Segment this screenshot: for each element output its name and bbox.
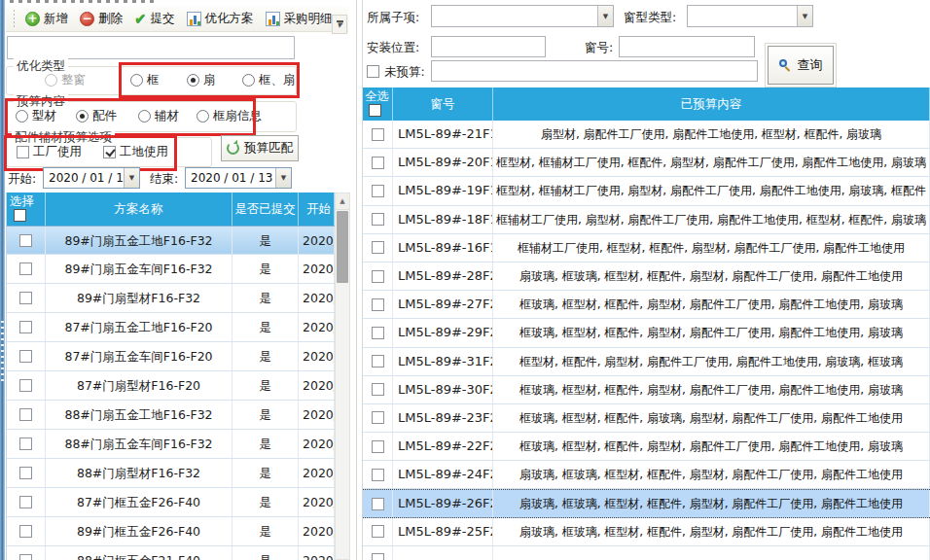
- plan-row[interactable]: 87#门框五金F26-F40 是 2020/0: [7, 488, 335, 517]
- row-checkbox[interactable]: [372, 327, 384, 339]
- window-row[interactable]: LM5L-89#-27F25 框玻璃, 框型材, 框配件, 扇型材, 扇配件工厂…: [363, 291, 930, 319]
- row-checkbox[interactable]: [19, 467, 32, 479]
- row-checkbox[interactable]: [372, 128, 384, 141]
- delete-button[interactable]: − 删除: [75, 9, 127, 29]
- window-type-combobox[interactable]: ▼: [687, 5, 813, 27]
- window-row[interactable]: [363, 546, 930, 560]
- plan-row[interactable]: 87#门扇五金工地F16-F20 是 2020/0: [7, 313, 335, 342]
- plan-row[interactable]: 88#门扇型材F16-F32 是 2020/0: [7, 459, 335, 488]
- window-row[interactable]: LM5L-89#-26F24 扇玻璃, 框玻璃, 框型材, 框配件, 扇型材, …: [363, 489, 930, 517]
- row-checkbox[interactable]: [372, 157, 384, 169]
- radio-accessory[interactable]: 配件: [76, 108, 117, 124]
- radio-whole-window[interactable]: 整窗: [45, 72, 86, 88]
- select-all-checkbox[interactable]: [14, 209, 26, 222]
- row-checkbox[interactable]: [19, 438, 32, 450]
- chevron-down-icon[interactable]: ▼: [275, 168, 291, 188]
- row-checkbox[interactable]: [372, 241, 384, 254]
- sub-item-combobox[interactable]: ▼: [431, 5, 614, 27]
- row-checkbox[interactable]: [372, 298, 384, 311]
- chevron-down-icon[interactable]: ▼: [124, 168, 139, 188]
- row-checkbox[interactable]: [372, 185, 384, 197]
- budget-match-button[interactable]: 预算匹配: [221, 135, 299, 161]
- submitted-cell: 是: [232, 342, 299, 370]
- row-checkbox[interactable]: [372, 383, 384, 396]
- window-row[interactable]: LM5L-89#-24F22 扇玻璃, 框玻璃, 框型材, 框配件, 扇型材, …: [363, 461, 930, 489]
- date-end-picker[interactable]: 2020 / 01 / 13 ▼: [185, 167, 292, 189]
- plan-row[interactable]: 89#门扇五金工地F16-F32 是 2020/0: [7, 226, 335, 255]
- collapsed-side-panel-strip[interactable]: [0, 0, 5, 560]
- date-start-picker[interactable]: 2020 / 01 / 1 ▼: [43, 167, 140, 189]
- window-no-cell: LM5L-89#-26F24: [393, 490, 493, 516]
- row-checkbox[interactable]: [372, 469, 384, 481]
- row-checkbox[interactable]: [19, 321, 32, 333]
- window-row[interactable]: LM5L-89#-21F19 扇型材, 扇配件工厂使用, 扇配件工地使用, 框型…: [363, 121, 930, 149]
- row-checkbox[interactable]: [19, 234, 32, 247]
- row-checkbox[interactable]: [372, 355, 384, 368]
- radio-profile[interactable]: 型材: [16, 108, 56, 124]
- row-checkbox[interactable]: [372, 270, 384, 283]
- radio-auxiliary[interactable]: 辅材: [138, 108, 179, 124]
- row-checkbox[interactable]: [19, 379, 32, 392]
- window-no-input[interactable]: [619, 36, 755, 57]
- row-checkbox[interactable]: [19, 554, 32, 560]
- row-checkbox[interactable]: [372, 498, 384, 510]
- radio-frame-sash[interactable]: 框、扇: [242, 72, 296, 88]
- plan-row[interactable]: 87#门扇五金车间F16-F20 是 2020/0: [7, 342, 335, 371]
- chevron-down-icon[interactable]: ▼: [597, 6, 613, 26]
- query-button[interactable]: 查询: [768, 46, 834, 85]
- window-row[interactable]: LM5L-89#-22F20 框玻璃, 框型材, 框配件, 扇型材, 扇配件工厂…: [363, 433, 930, 461]
- window-row[interactable]: LM5L-89#-23F21 框玻璃, 框型材, 框配件, 扇玻璃, 扇型材, …: [363, 404, 930, 433]
- add-button[interactable]: + 新增: [20, 9, 73, 29]
- checkbox-site-use[interactable]: 工地使用: [103, 144, 168, 160]
- scroll-up-arrow-icon[interactable]: ▲: [336, 193, 349, 210]
- install-position-input[interactable]: [431, 36, 546, 57]
- toolbar-overflow-button[interactable]: ▼: [332, 15, 347, 34]
- row-checkbox[interactable]: [19, 262, 32, 275]
- toolbar-grip[interactable]: [14, 10, 15, 27]
- radio-frame[interactable]: 框: [130, 72, 160, 88]
- optimize-plan-button[interactable]: 优化方案: [182, 9, 259, 29]
- panel-splitter[interactable]: [356, 0, 363, 560]
- window-row[interactable]: LM5L-89#-18F16 框辅材工厂使用, 扇型材, 扇配件工厂使用, 扇配…: [363, 206, 930, 234]
- chevron-down-icon[interactable]: ▼: [797, 6, 812, 26]
- start-date-cell: 2020/0: [299, 371, 335, 400]
- row-checkbox[interactable]: [19, 525, 32, 538]
- plan-row[interactable]: 89#门扇型材F16-F32 是 2020/0: [7, 284, 335, 313]
- row-select-cell: [363, 319, 393, 346]
- select-column-header: 选择: [7, 192, 46, 226]
- window-row[interactable]: LM5L-89#-30F28 框玻璃, 框型材, 框配件, 扇型材, 扇配件工厂…: [363, 376, 930, 404]
- window-row[interactable]: LM5L-89#-29F27 框玻璃, 框型材, 框配件, 扇型材, 扇配件工厂…: [363, 319, 930, 347]
- row-select-cell: [7, 284, 46, 312]
- window-row[interactable]: LM5L-89#-31F29 框型材, 框配件, 扇型材, 扇配件工厂使用, 扇…: [363, 348, 930, 376]
- plan-search-input[interactable]: [7, 36, 295, 59]
- row-checkbox[interactable]: [372, 440, 384, 453]
- plan-row[interactable]: 88#门扇五金工地F16-F32 是 2020/0: [7, 401, 335, 430]
- plan-table-scrollbar[interactable]: ▲: [335, 192, 350, 560]
- plan-row[interactable]: 88#门扇五金车间F16-F32 是 2020/0: [7, 430, 335, 459]
- plan-row[interactable]: 89#门扇五金车间F16-F32 是 2020/0: [7, 255, 335, 284]
- row-checkbox[interactable]: [372, 411, 384, 424]
- scrollbar-thumb[interactable]: [337, 211, 348, 283]
- row-checkbox[interactable]: [19, 350, 32, 363]
- unbudgeted-input[interactable]: [431, 60, 758, 82]
- plan-row[interactable]: 87#门扇型材F16-F20 是 2020/0: [7, 371, 335, 401]
- submit-button[interactable]: ✔ 提交: [129, 8, 180, 29]
- row-checkbox[interactable]: [372, 525, 384, 538]
- plan-row[interactable]: 89#门框五金F26-F40 是 2020/0: [7, 517, 335, 546]
- select-all-checkbox[interactable]: [369, 104, 381, 117]
- checkbox-factory-use[interactable]: 工厂使用: [17, 144, 82, 160]
- window-row[interactable]: LM5L-89#-28F26 扇玻璃, 框玻璃, 框型材, 框配件, 扇型材, …: [363, 262, 930, 291]
- row-checkbox[interactable]: [19, 496, 32, 508]
- row-checkbox[interactable]: [19, 292, 32, 304]
- row-checkbox[interactable]: [372, 553, 384, 560]
- window-row[interactable]: LM5L-89#-19F17 框型材, 框辅材工厂使用, 扇型材, 扇配件工厂使…: [363, 177, 930, 205]
- row-checkbox[interactable]: [372, 213, 384, 226]
- radio-sash[interactable]: 扇: [187, 72, 216, 88]
- unbudgeted-checkbox[interactable]: [367, 65, 379, 78]
- plan-row[interactable]: 88#门框五金F21-F40 是 2020/0: [7, 546, 335, 560]
- window-row[interactable]: LM5L-89#-16F15 框辅材工厂使用, 框型材, 框配件, 扇型材, 扇…: [363, 234, 930, 262]
- window-row[interactable]: LM5L-89#-25F23 扇玻璃, 框玻璃, 框型材, 框配件, 扇型材, …: [363, 518, 930, 546]
- row-checkbox[interactable]: [19, 408, 32, 421]
- radio-frame-sash-info[interactable]: 框扇信息: [197, 108, 262, 124]
- window-row[interactable]: LM5L-89#-20F18 框型材, 框辅材工厂使用, 框配件, 扇型材, 扇…: [363, 149, 930, 177]
